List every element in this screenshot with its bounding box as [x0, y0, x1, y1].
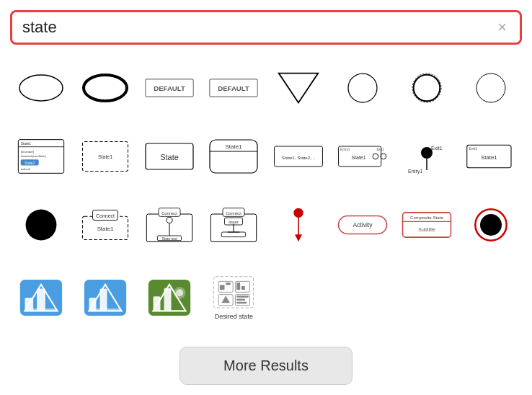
shape-state1-entry[interactable]: State1 Entry1 Exit1: [332, 125, 393, 189]
shape-composite-state[interactable]: Composite State Subtitle: [396, 193, 458, 257]
svg-point-0: [19, 75, 63, 101]
shape-state-box1[interactable]: State1 [invariant] invariant(condition) …: [10, 125, 71, 189]
shape-entry-dot[interactable]: Entry1 Exit1: [396, 125, 458, 189]
svg-rect-94: [241, 286, 245, 290]
svg-text:Entry1: Entry1: [408, 169, 422, 174]
svg-rect-74: [37, 288, 45, 311]
shape-state-sub2[interactable]: Connect Inner: [203, 193, 265, 257]
svg-point-41: [25, 209, 56, 240]
svg-rect-81: [89, 309, 121, 311]
svg-text:[invariant]: [invariant]: [20, 150, 33, 154]
svg-point-61: [293, 208, 303, 218]
svg-rect-99: [237, 298, 246, 301]
svg-text:State1: State1: [97, 226, 114, 232]
svg-text:action1: action1: [20, 167, 30, 171]
svg-text:Connect: Connect: [96, 213, 115, 218]
svg-point-71: [480, 214, 502, 236]
svg-text:State1: State1: [98, 154, 112, 159]
svg-text:Composite State: Composite State: [410, 215, 444, 220]
shape-circle-filled-large[interactable]: [10, 193, 71, 257]
svg-rect-100: [237, 301, 247, 303]
shape-dashed-rect1[interactable]: State1: [74, 125, 136, 189]
svg-rect-90: [220, 285, 225, 290]
svg-text:Inner: Inner: [229, 219, 239, 223]
shapes-grid: DEFAULT DEFAULT: [10, 56, 522, 334]
svg-point-86: [176, 289, 183, 296]
shape-circle-thin2[interactable]: [461, 56, 522, 120]
svg-rect-60: [222, 232, 246, 237]
shape-blue-chart1[interactable]: [10, 261, 71, 334]
svg-point-1: [84, 75, 127, 101]
svg-text:State2: State2: [25, 161, 35, 165]
main-container: × DEFAULT DEFAULT: [0, 0, 532, 395]
shape-state-label[interactable]: State: [139, 125, 200, 189]
svg-point-50: [167, 217, 172, 223]
svg-marker-63: [295, 234, 302, 241]
shape-dashed-rect2[interactable]: State1 Connect: [74, 193, 136, 257]
shape-activity-pill[interactable]: Activity: [332, 193, 393, 257]
search-input[interactable]: [22, 18, 495, 37]
svg-text:Entry1: Entry1: [340, 148, 350, 151]
svg-point-8: [414, 75, 440, 102]
shape-ellipse-thick[interactable]: [74, 56, 136, 120]
svg-text:State text: State text: [162, 236, 178, 241]
svg-rect-76: [25, 309, 57, 311]
svg-text:State1: State1: [351, 155, 365, 160]
svg-text:State1, State2,...: State1, State2,...: [281, 155, 315, 160]
shape-triangle-down[interactable]: [267, 56, 329, 120]
svg-point-30: [373, 154, 378, 159]
svg-rect-93: [237, 283, 241, 290]
shape-green-chart[interactable]: [139, 261, 200, 334]
svg-text:Subtitle: Subtitle: [418, 227, 435, 232]
shape-circle-scribble[interactable]: [396, 56, 458, 120]
shape-ellipse-thin[interactable]: [10, 56, 71, 120]
svg-text:Connect: Connect: [161, 211, 177, 216]
shape-default-rect2[interactable]: DEFAULT: [203, 56, 265, 120]
shape-blue-chart2[interactable]: [74, 261, 136, 334]
clear-button[interactable]: ×: [495, 18, 510, 37]
shape-state-sub1[interactable]: Connect State text: [139, 193, 200, 257]
svg-text:Exit1: Exit1: [469, 146, 478, 151]
search-bar: ×: [10, 10, 522, 45]
more-results-button[interactable]: More Results: [179, 347, 353, 385]
shape-state12-box[interactable]: State1, State2,...: [267, 125, 329, 189]
svg-text:DEFAULT: DEFAULT: [218, 84, 250, 92]
svg-text:State1: State1: [20, 141, 31, 146]
svg-text:Exit1: Exit1: [376, 148, 384, 151]
shape-circle-thin[interactable]: [332, 56, 393, 120]
svg-rect-98: [237, 296, 249, 298]
shape-desired-state[interactable]: Desired state: [203, 261, 265, 334]
shape-state1-box[interactable]: State1: [203, 125, 265, 189]
svg-text:Connect: Connect: [226, 211, 242, 216]
shape-arrow-red1[interactable]: [267, 193, 329, 257]
svg-point-9: [412, 74, 441, 102]
svg-rect-91: [226, 283, 231, 285]
svg-point-10: [476, 74, 505, 102]
shape-state1-exit[interactable]: State1 Exit1: [461, 125, 522, 189]
svg-text:DEFAULT: DEFAULT: [154, 84, 185, 92]
svg-text:Activity: Activity: [353, 221, 373, 228]
desired-state-label: Desired state: [215, 313, 253, 320]
svg-text:State1: State1: [226, 143, 243, 150]
svg-text:State1: State1: [481, 154, 497, 161]
svg-point-7: [348, 74, 377, 102]
shape-circle-double[interactable]: [461, 193, 522, 257]
svg-text:invariant(condition): invariant(condition): [20, 154, 46, 158]
svg-marker-6: [278, 74, 318, 103]
shape-default-rect1[interactable]: DEFAULT: [139, 56, 200, 120]
svg-text:Exit1: Exit1: [431, 146, 443, 151]
svg-text:State: State: [160, 153, 179, 161]
